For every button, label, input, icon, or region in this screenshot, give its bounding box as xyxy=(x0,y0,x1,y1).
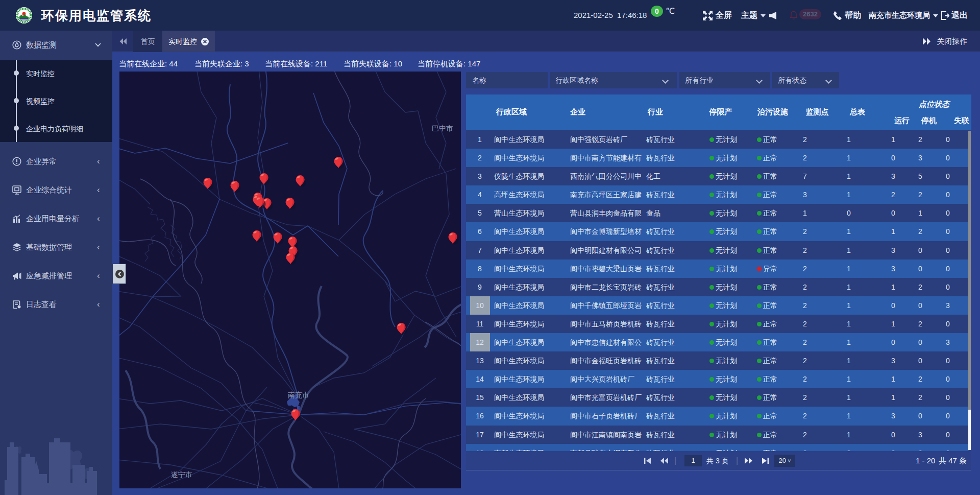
svg-text:遂宁市: 遂宁市 xyxy=(171,470,192,479)
svg-text:巴中市: 巴中市 xyxy=(432,124,453,132)
svg-text:南充市: 南充市 xyxy=(288,391,309,399)
